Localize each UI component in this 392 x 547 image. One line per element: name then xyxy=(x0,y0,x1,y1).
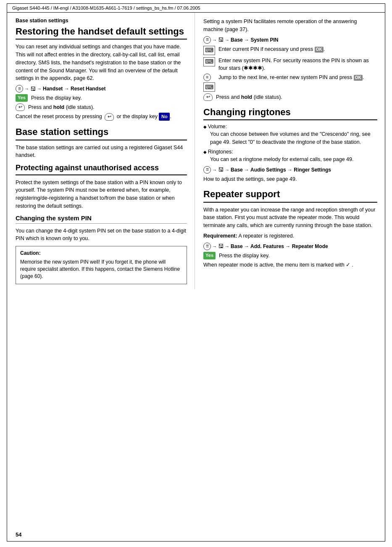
page-container: Gigaset S440-445 / IM-engl / A31008-M163… xyxy=(7,3,385,542)
repeater-req: Requirement: A repeater is registered. xyxy=(203,232,377,240)
repeater-title: Repeater support xyxy=(203,189,377,200)
audio-nav-label: Base → Audio Settings → Ringer Settings xyxy=(231,167,331,173)
current-pin-row: ⌨ Enter current PIN if necessary und pre… xyxy=(203,45,377,55)
section4-title: Changing the system PIN xyxy=(16,214,187,222)
ringtones-body: You can set a ringtone melody for extern… xyxy=(210,156,377,164)
nav1-label: Handset → Reset Handset xyxy=(43,86,105,92)
instr1-row: Yes Press the display key. xyxy=(16,94,187,102)
yes-badge-rep: Yes xyxy=(203,252,216,259)
section1-title: Restoring the handset default settings xyxy=(16,26,187,37)
handset-icon: 🖫 xyxy=(30,86,36,92)
hold-after-r: (idle status). xyxy=(252,94,282,100)
end-call-icon: ↩ xyxy=(16,103,25,111)
cancel-text: Cancel the reset process by pressing ↩ o… xyxy=(16,113,187,121)
volume-bullet: Volume: xyxy=(203,124,377,129)
menu-icon-rep: ☰ xyxy=(203,243,211,250)
keypad-icon1: ⌨ xyxy=(203,46,215,55)
repeater-nav: ☰ → 🖫 → Base → Add. Features → Repeater … xyxy=(203,243,377,250)
ringtones-footer: How to adjust the settings, see page 49. xyxy=(203,175,377,183)
divider4 xyxy=(16,223,187,224)
arrow2: → xyxy=(37,86,42,91)
audio-nav: ☰ → 🖫 → Base → Audio Settings → Ringer S… xyxy=(203,166,377,174)
section4-body: You can change the 4-digit system PIN se… xyxy=(16,227,187,243)
instr1-text: Press the display key. xyxy=(31,94,82,102)
ok-badge2: OK xyxy=(354,75,363,81)
end-call-icon-r: ↩ xyxy=(203,93,213,101)
divider2 xyxy=(16,140,187,140)
no-badge: No xyxy=(159,113,170,121)
current-pin-text: Enter current PIN if necessary und press… xyxy=(218,45,325,53)
content-wrapper: Base station settings Restoring the hand… xyxy=(7,13,385,289)
cancel-or: or the display key xyxy=(117,114,158,119)
hold-bold-r: hold xyxy=(241,94,252,100)
req-text: A repeater is registered. xyxy=(238,233,294,239)
new-pin-text: Enter new system PIN. For security reaso… xyxy=(218,57,377,72)
ok-badge1: OK xyxy=(315,47,324,53)
section1-body: You can reset any individual settings an… xyxy=(16,43,187,82)
volume-body: You can choose between five volumes and … xyxy=(210,130,377,146)
repeater-nav-label: Base → Add. Features → Repeater Mode xyxy=(231,243,328,249)
divider3 xyxy=(16,174,187,175)
section2-title: Base station settings xyxy=(16,127,187,137)
handset-icon-r: 🖫 xyxy=(218,37,224,43)
cancel-end-icon: ↩ xyxy=(105,113,114,121)
divider-r2 xyxy=(203,202,377,203)
repeater-badge-text: Press the display key. xyxy=(219,252,270,259)
new-pin-row: ⌨ Enter new system PIN. For security rea… xyxy=(203,57,377,72)
instr2-after: (idle status). xyxy=(64,104,95,110)
section-label: Base station settings xyxy=(16,18,187,24)
hold-bold: hold xyxy=(53,104,64,110)
keypad-icon3: ⌨ xyxy=(203,82,215,92)
handset-icon-rep: 🖫 xyxy=(218,243,224,249)
system-pin-nav: ☰ → 🖫 → Base → System PIN xyxy=(203,36,377,44)
menu-icon: ☰ xyxy=(16,85,23,92)
menu-icon-r: ☰ xyxy=(203,36,211,44)
section3-body: Protect the system settings of the base … xyxy=(16,179,187,210)
repeater-body: With a repeater you can increase the ran… xyxy=(203,206,377,230)
ringtones-bullet: Ringtones: xyxy=(203,149,377,155)
cancel-prefix: Cancel the reset process by pressing xyxy=(16,114,102,119)
icon-pair: ☰ ⌨ xyxy=(203,74,215,92)
yes-badge: Yes xyxy=(16,94,28,102)
section1-nav: ☰ → 🖫 → Handset → Reset Handset xyxy=(16,85,187,92)
system-pin-intro: Setting a system PIN facilitates remote … xyxy=(203,18,377,34)
right-column: Setting a system PIN facilitates remote … xyxy=(195,13,385,289)
left-column: Base station settings Restoring the hand… xyxy=(7,13,195,289)
circle-icon-small: ☰ xyxy=(203,74,211,81)
hold-text-right: Press and hold (idle status). xyxy=(216,93,282,101)
repeater-footer: When repeater mode is active, the menu i… xyxy=(203,261,377,269)
divider1 xyxy=(16,39,187,40)
handset-icon-a: 🖫 xyxy=(218,166,224,173)
header-text: Gigaset S440-445 / IM-engl / A31008-M163… xyxy=(12,5,200,11)
caution-body: Memorise the new system PIN well! If you… xyxy=(20,259,182,280)
ringtones-title: Changing ringtones xyxy=(203,107,377,118)
section3-title: Protecting against unauthorised access xyxy=(16,164,187,173)
reenter-pin-row: ☰ ⌨ Jump to the next line, re-enter new … xyxy=(203,74,377,92)
reenter-text: Jump to the next line, re-enter new syst… xyxy=(218,74,364,81)
section2-body: The base station settings are carried ou… xyxy=(16,144,187,160)
page-number: 54 xyxy=(16,531,21,538)
arrow1: → xyxy=(24,86,29,91)
repeater-yes-row: Yes Press the display key. xyxy=(203,252,377,259)
page-header: Gigaset S440-445 / IM-engl / A31008-M163… xyxy=(7,4,385,13)
system-pin-nav-label: Base → System PIN xyxy=(231,37,278,43)
instr2-row: ↩ Press and hold (idle status). xyxy=(16,103,187,111)
caution-box: Caution: Memorise the new system PIN wel… xyxy=(16,246,187,284)
divider-r1 xyxy=(203,119,377,120)
instr2-text: Press and hold (idle status). xyxy=(28,103,95,111)
keypad-icon2: ⌨ xyxy=(203,57,215,66)
menu-icon-a: ☰ xyxy=(203,166,211,174)
caution-title: Caution: xyxy=(20,250,182,257)
hold-row-right: ↩ Press and hold (idle status). xyxy=(203,93,377,101)
req-bold: Requirement: xyxy=(203,233,237,239)
